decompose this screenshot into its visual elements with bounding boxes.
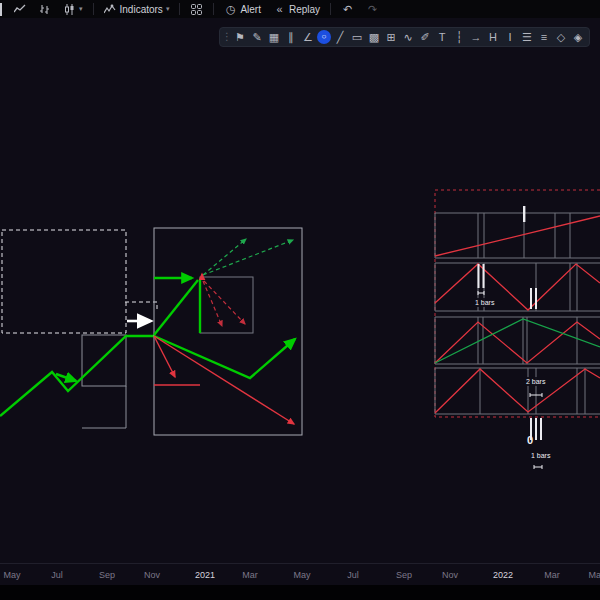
vertical-line-icon[interactable]: ┆ <box>451 29 467 45</box>
redo-arrow-icon: ↷ <box>366 3 379 16</box>
axis-month-label: Sep <box>99 570 115 580</box>
pattern-icon[interactable]: ▩ <box>366 29 382 45</box>
bottom-strip <box>0 585 600 600</box>
axis-month-label: Jul <box>51 570 63 580</box>
time-axis[interactable]: MayJulSepNov2021MarMayJulSepNov2022MarMa… <box>0 563 600 584</box>
bars-count-label: 1 bars <box>473 298 496 307</box>
undo-button[interactable]: ↶ <box>336 1 359 17</box>
axis-month-label: May <box>293 570 310 580</box>
drawing-dashed-green-arrows[interactable] <box>203 239 293 275</box>
drawing-dashed-projection-box[interactable] <box>2 230 157 333</box>
layout-grid-icon <box>190 3 203 16</box>
chart-canvas[interactable] <box>0 0 600 600</box>
layout-grid-button[interactable] <box>185 1 208 17</box>
axis-year-label: 2021 <box>195 570 215 580</box>
replay-label: Replay <box>289 4 320 15</box>
toolbar-separator <box>213 3 214 15</box>
diamond-icon[interactable]: ◇ <box>553 29 569 45</box>
bars-count-label: 2 bars <box>524 377 547 386</box>
toolbar-separator <box>179 3 180 15</box>
parallel-channel-icon[interactable]: ∥ <box>283 29 299 45</box>
axis-year-label: 2022 <box>493 570 513 580</box>
active-tool-icon[interactable]: ○ <box>317 30 331 44</box>
horizontal-arrow-icon[interactable]: → <box>468 29 484 45</box>
candles-chart-icon <box>63 3 76 16</box>
pin-icon[interactable]: ✎ <box>249 29 265 45</box>
indicators-label: Indicators <box>120 4 163 15</box>
symbol-edge-bar <box>0 3 2 16</box>
diamond-alt-icon[interactable]: ◈ <box>570 29 586 45</box>
rectangle-icon[interactable]: ▭ <box>349 29 365 45</box>
top-toolbar: ▾ Indicators ▾ ◷ Alert « Replay ↶ ↷ <box>0 0 600 18</box>
align-lines-icon[interactable]: ☰ <box>519 29 535 45</box>
alarm-clock-icon: ◷ <box>224 3 237 16</box>
trend-line-icon[interactable]: ╱ <box>332 29 348 45</box>
undo-arrow-icon: ↶ <box>341 3 354 16</box>
alert-button[interactable]: ◷ Alert <box>219 1 266 17</box>
chevron-down-icon[interactable]: ▾ <box>79 5 83 13</box>
drawing-bars-pattern-grid[interactable] <box>435 213 600 414</box>
bars-chart-icon <box>38 3 51 16</box>
drawing-left-green-zigzag[interactable] <box>0 336 154 416</box>
rewind-icon: « <box>273 3 286 16</box>
brush-icon[interactable]: ✐ <box>417 29 433 45</box>
drawing-middle-pattern-box[interactable] <box>154 228 302 435</box>
bars-count-label: 1 bars <box>529 451 552 460</box>
line-chart-icon <box>13 3 26 16</box>
flag-icon[interactable]: ⚑ <box>232 29 248 45</box>
toolbar-separator <box>93 3 94 15</box>
axis-month-label: Mar <box>242 570 258 580</box>
drag-handle-icon[interactable]: ⋮ <box>223 29 231 45</box>
wave-icon[interactable]: ∿ <box>400 29 416 45</box>
axis-month-label: Jul <box>347 570 359 580</box>
menu-lines-icon[interactable]: ≡ <box>536 29 552 45</box>
chart-type-line-button[interactable] <box>8 1 31 17</box>
chart-type-bars-button[interactable] <box>33 1 56 17</box>
replay-button[interactable]: « Replay <box>268 1 325 17</box>
drawing-middle-red-lines[interactable] <box>154 336 294 424</box>
drawing-left-gray-boxes[interactable] <box>82 335 126 428</box>
chart-type-candles-button[interactable]: ▾ <box>58 1 88 17</box>
indicators-button[interactable]: Indicators ▾ <box>99 1 175 17</box>
indicators-icon <box>104 3 117 16</box>
trend-angle-icon[interactable]: ∠ <box>300 29 316 45</box>
drawing-bars-pattern-border[interactable] <box>435 190 600 417</box>
date-range-icon[interactable]: I <box>502 29 518 45</box>
text-tool-icon[interactable]: T <box>434 29 450 45</box>
grid-icon[interactable]: ▦ <box>266 29 282 45</box>
floating-drawing-toolbar[interactable]: ⋮⚑✎▦∥∠○╱▭▩⊞∿✐T┆→HI☰≡◇◈ <box>219 27 590 47</box>
axis-month-label: Nov <box>144 570 160 580</box>
chevron-down-icon[interactable]: ▾ <box>166 5 170 13</box>
drawing-middle-green-lines[interactable] <box>154 278 295 378</box>
zero-label: 0 <box>525 436 535 445</box>
axis-month-label: May <box>588 570 600 580</box>
drawing-dashed-red-arrows[interactable] <box>202 274 245 326</box>
axis-month-label: Mar <box>544 570 560 580</box>
toolbar-separator <box>330 3 331 15</box>
axis-month-label: May <box>3 570 20 580</box>
drawing-bars-pattern-lines[interactable] <box>435 216 600 413</box>
axis-month-label: Sep <box>396 570 412 580</box>
redo-button[interactable]: ↷ <box>361 1 384 17</box>
alert-label: Alert <box>240 4 261 15</box>
price-range-icon[interactable]: H <box>485 29 501 45</box>
axis-month-label: Nov <box>442 570 458 580</box>
table-icon[interactable]: ⊞ <box>383 29 399 45</box>
